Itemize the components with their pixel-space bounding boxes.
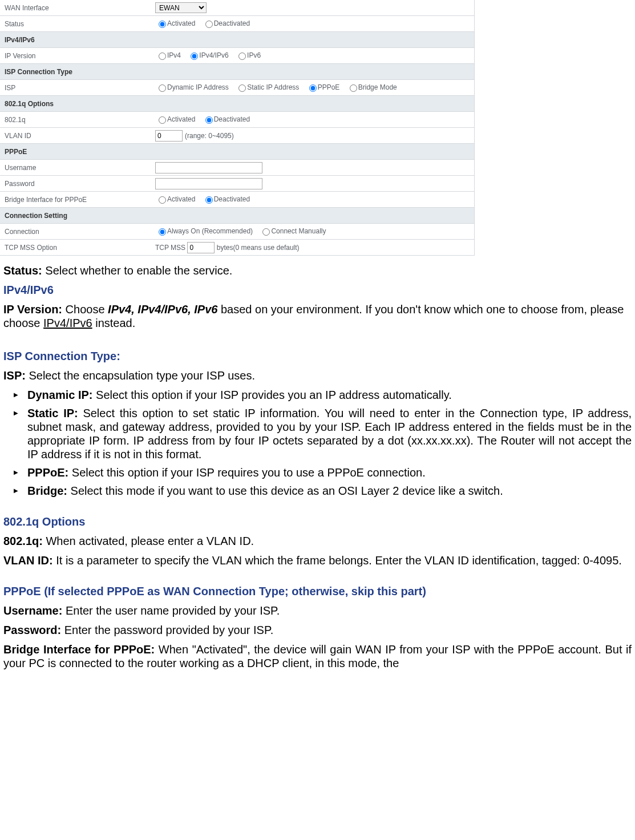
vlan-hint: (range: 0~4095) [185, 132, 234, 140]
status-opt-activated: Activated [167, 19, 195, 27]
wan-interface-select[interactable]: EWAN [155, 2, 207, 13]
doc-pppoe-title: PPPoE (If selected PPPoE as WAN Connecti… [3, 584, 632, 598]
ipver-radio-ipv6[interactable] [238, 52, 246, 60]
doc-ipv4-title: IPv4/IPv6 [3, 283, 632, 297]
username-input[interactable] [155, 162, 262, 173]
bridge-opt-deactivated: Deactivated [214, 195, 250, 203]
doc-isp-title: ISP Connection Type: [3, 349, 632, 363]
section-pppoe: PPPoE [0, 144, 475, 160]
mss-suffix: bytes(0 means use default) [217, 244, 300, 252]
row-connection: Connection Always On (Recommended) Conne… [0, 224, 475, 240]
isp-opt-dyn: Dynamic IP Address [167, 83, 229, 91]
password-label: Password [0, 176, 151, 192]
doc-q: 802.1q: When activated, please enter a V… [3, 534, 632, 548]
documentation: Status: Select whether to enable the ser… [0, 264, 635, 670]
isp-label: ISP [0, 80, 151, 96]
section-8021q: 802.1q Options [0, 96, 475, 112]
bridge-radio-activated[interactable] [159, 196, 166, 204]
bridge-pppoe-label: Bridge Interface for PPPoE [0, 192, 151, 208]
bullet-bridge: Bridge: Select this mode if you want to … [27, 484, 632, 498]
bullet-dynamic: Dynamic IP: Select this option if your I… [27, 388, 632, 402]
q-opt-deactivated: Deactivated [214, 115, 250, 123]
ipver-opt-ipv6: IPv6 [247, 51, 261, 59]
row-ip-version: IP Version IPv4 IPv4/IPv6 IPv6 [0, 48, 475, 64]
doc-bridge-if: Bridge Interface for PPPoE: When "Activa… [3, 643, 632, 670]
password-input[interactable] [155, 178, 262, 189]
vlan-label: VLAN ID [0, 128, 151, 144]
isp-opt-pppoe: PPPoE [318, 83, 340, 91]
row-status: Status Activated Deactivated [0, 16, 475, 32]
status-label: Status [0, 16, 151, 32]
status-radio-activated[interactable] [159, 21, 166, 28]
isp-radio-static[interactable] [238, 84, 246, 92]
bullet-pppoe: PPPoE: Select this option if your ISP re… [27, 466, 632, 479]
isp-opt-static: Static IP Address [247, 83, 299, 91]
status-opt-deactivated: Deactivated [214, 19, 250, 27]
doc-vlan: VLAN ID: It is a parameter to specify th… [3, 554, 632, 567]
bullet-static: Static IP: Select this option to set sta… [27, 406, 632, 461]
section-ipv4ipv6: IPv4/IPv6 [0, 32, 475, 48]
q-radio-deactivated[interactable] [205, 116, 213, 124]
row-password: Password [0, 176, 475, 192]
doc-isp: ISP: Select the encapsulation type your … [3, 369, 632, 382]
isp-opt-bridge: Bridge Mode [358, 83, 397, 91]
ipver-opt-ipv4: IPv4 [167, 51, 181, 59]
mss-label: TCP MSS Option [0, 240, 151, 256]
doc-q-title: 802.1q Options [3, 515, 632, 528]
mss-prefix: TCP MSS [155, 244, 185, 252]
doc-password: Password: Enter the password provided by… [3, 623, 632, 637]
isp-radio-pppoe[interactable] [309, 84, 317, 92]
ipver-radio-ipv4[interactable] [159, 52, 166, 60]
wan-interface-label: WAN Interface [0, 0, 151, 16]
conn-opt-always: Always On (Recommended) [167, 227, 253, 235]
section-isp-conn: ISP Connection Type [0, 64, 475, 80]
connection-label: Connection [0, 224, 151, 240]
conn-opt-manual: Connect Manually [271, 227, 326, 235]
row-wan-interface: WAN Interface EWAN [0, 0, 475, 16]
section-conn: Connection Setting [0, 208, 475, 224]
isp-radio-bridge[interactable] [350, 84, 357, 92]
doc-ipversion: IP Version: Choose IPv4, IPv4/IPv6, IPv6… [3, 302, 632, 330]
config-table: WAN Interface EWAN Status Activated Deac… [0, 0, 475, 256]
row-isp: ISP Dynamic IP Address Static IP Address… [0, 80, 475, 96]
conn-radio-manual[interactable] [262, 228, 270, 236]
row-mss: TCP MSS Option TCP MSS bytes(0 means use… [0, 240, 475, 256]
bridge-opt-activated: Activated [167, 195, 195, 203]
row-8021q: 802.1q Activated Deactivated [0, 112, 475, 128]
bridge-radio-deactivated[interactable] [205, 196, 213, 204]
doc-status: Status: Select whether to enable the ser… [3, 264, 632, 277]
isp-radio-dyn[interactable] [159, 84, 166, 92]
conn-radio-always[interactable] [159, 228, 166, 236]
doc-isp-bullets: Dynamic IP: Select this option if your I… [3, 388, 632, 498]
ipver-opt-both: IPv4/IPv6 [199, 51, 228, 59]
mss-input[interactable] [187, 242, 215, 253]
doc-username: Username: Enter the user name provided b… [3, 604, 632, 617]
row-bridge-pppoe: Bridge Interface for PPPoE Activated Dea… [0, 192, 475, 208]
q-radio-activated[interactable] [159, 116, 166, 124]
username-label: Username [0, 160, 151, 176]
row-username: Username [0, 160, 475, 176]
q-label: 802.1q [0, 112, 151, 128]
ipver-radio-both[interactable] [191, 52, 198, 60]
ip-version-label: IP Version [0, 48, 151, 64]
q-opt-activated: Activated [167, 115, 195, 123]
vlan-input[interactable] [155, 130, 183, 142]
status-radio-deactivated[interactable] [205, 21, 213, 28]
row-vlan-id: VLAN ID (range: 0~4095) [0, 128, 475, 144]
